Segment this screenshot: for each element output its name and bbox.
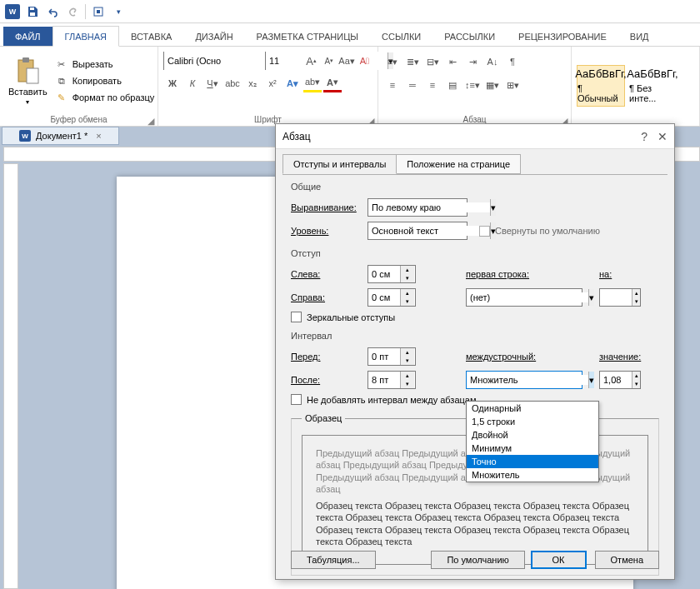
copy-button[interactable]: ⧉Копировать — [54, 72, 155, 89]
tab-references[interactable]: ССЫЛКИ — [370, 27, 432, 46]
preview-dark: Образец текста Образец текста Образец те… — [316, 500, 634, 547]
right-label: Справа: — [291, 292, 368, 302]
tab-indents[interactable]: Отступы и интервалы — [282, 154, 397, 174]
section-general: Общие — [291, 182, 659, 192]
tab-insert[interactable]: ВСТАВКА — [119, 27, 183, 46]
chevron-down-icon[interactable]: ▾ — [588, 372, 594, 388]
by-label: на: — [599, 269, 612, 279]
alignment-combo[interactable]: ▾ — [368, 198, 468, 217]
grow-font-icon[interactable]: A▴ — [303, 52, 319, 70]
shrink-font-icon[interactable]: A▾ — [321, 52, 337, 70]
align-left-icon[interactable]: ≡ — [383, 76, 402, 94]
firstline-label: первая строка: — [466, 269, 566, 279]
italic-icon[interactable]: К — [183, 74, 202, 92]
dd-multiple[interactable]: Множитель — [467, 468, 598, 482]
tab-home[interactable]: ГЛАВНАЯ — [52, 26, 119, 47]
left-spinner[interactable]: ▴▾ — [368, 265, 416, 283]
superscript-icon[interactable]: x² — [263, 74, 282, 92]
dd-single[interactable]: Одинарный — [467, 402, 598, 415]
paste-label: Вставить — [8, 87, 48, 97]
linespacing-combo[interactable]: ▾ — [466, 371, 582, 389]
tabs-button[interactable]: Табуляция... — [291, 551, 376, 569]
format-painter-button[interactable]: ✎Формат по образцу — [54, 89, 155, 106]
touch-mode-icon[interactable] — [89, 2, 108, 21]
sort-icon[interactable]: A↓ — [483, 52, 502, 71]
value-spinner[interactable]: ▴▾ — [599, 371, 641, 389]
underline-icon[interactable]: Ч▾ — [203, 74, 222, 92]
word-icon: W — [3, 2, 22, 21]
group-paragraph: ≡▾ ≣▾ ⊟▾ ⇤ ⇥ A↓ ¶ ≡ ═ ≡ ▤ ↕≡▾ ▦▾ ⊞▾ Абза… — [378, 47, 572, 126]
multilevel-icon[interactable]: ⊟▾ — [423, 52, 442, 71]
paste-button[interactable]: Вставить ▾ — [5, 55, 51, 107]
borders-icon[interactable]: ⊞▾ — [503, 76, 522, 94]
quick-access-toolbar: W ▾ — [0, 0, 700, 23]
ribbon-tabs: ФАЙЛ ГЛАВНАЯ ВСТАВКА ДИЗАЙН РАЗМЕТКА СТР… — [0, 23, 700, 47]
vertical-ruler[interactable] — [3, 163, 18, 589]
level-combo[interactable]: ▾ — [368, 222, 468, 240]
undo-icon[interactable] — [43, 2, 62, 21]
dd-minimum[interactable]: Минимум — [467, 442, 598, 455]
firstline-combo[interactable]: ▾ — [466, 288, 582, 307]
show-marks-icon[interactable]: ¶ — [503, 52, 522, 71]
section-spacing: Интервал — [291, 331, 659, 341]
highlight-icon[interactable]: ab▾ — [303, 74, 322, 92]
indent-icon[interactable]: ⇥ — [463, 52, 482, 71]
line-spacing-icon[interactable]: ↕≡▾ — [463, 76, 482, 94]
help-icon[interactable]: ? — [641, 130, 648, 143]
align-right-icon[interactable]: ≡ — [423, 76, 442, 94]
style-nospacing[interactable]: АаБбВвГг,¶ Без инте... — [628, 65, 677, 107]
dialog-title: Абзац — [282, 131, 311, 142]
default-button[interactable]: По умолчанию — [431, 551, 524, 569]
level-label: Уровень: — [291, 226, 368, 236]
style-normal[interactable]: АаБбВвГг,¶ Обычный — [577, 65, 625, 107]
change-case-icon[interactable]: Aa▾ — [338, 52, 354, 70]
redo-icon[interactable] — [63, 2, 82, 21]
tab-position[interactable]: Положение на странице — [396, 154, 521, 174]
font-color-icon[interactable]: A▾ — [323, 74, 342, 92]
clear-format-icon[interactable]: A⃠ — [357, 52, 372, 70]
close-icon[interactable]: ✕ — [658, 130, 668, 143]
outdent-icon[interactable]: ⇤ — [443, 52, 462, 71]
cut-button[interactable]: ✂Вырезать — [54, 56, 155, 72]
copy-icon: ⧉ — [54, 73, 69, 88]
dd-exactly[interactable]: Точно — [467, 455, 598, 468]
tab-layout[interactable]: РАЗМЕТКА СТРАНИЦЫ — [245, 27, 370, 46]
save-icon[interactable] — [23, 2, 42, 21]
font-size-combo[interactable]: ▾ — [265, 52, 302, 70]
dd-double[interactable]: Двойной — [467, 428, 598, 442]
value-label: значение: — [599, 352, 641, 362]
justify-icon[interactable]: ▤ — [443, 76, 462, 94]
chevron-down-icon[interactable]: ▾ — [490, 199, 496, 216]
text-effects-icon[interactable]: A▾ — [283, 74, 302, 92]
align-center-icon[interactable]: ═ — [403, 76, 422, 94]
tab-mailings[interactable]: РАССЫЛКИ — [432, 27, 507, 46]
cancel-button[interactable]: Отмена — [595, 551, 659, 569]
by-spinner[interactable]: ▴▾ — [599, 288, 641, 307]
left-label: Слева: — [291, 269, 368, 279]
document-tab[interactable]: W Документ1 *× — [2, 127, 119, 145]
after-spinner[interactable]: ▴▾ — [368, 371, 416, 389]
qat-customize-icon[interactable]: ▾ — [109, 2, 128, 21]
bullets-icon[interactable]: ≡▾ — [383, 52, 402, 71]
close-doc-icon[interactable]: × — [96, 131, 101, 141]
before-spinner[interactable]: ▴▾ — [368, 347, 416, 366]
ok-button[interactable]: ОК — [531, 551, 587, 569]
numbering-icon[interactable]: ≣▾ — [403, 52, 422, 71]
mirror-checkbox[interactable]: Зеркальные отступы — [291, 312, 659, 322]
collapse-checkbox: Свернуты по умолчанию — [479, 226, 600, 237]
strike-icon[interactable]: abc — [223, 74, 242, 92]
subscript-icon[interactable]: x₂ — [243, 74, 262, 92]
tab-file[interactable]: ФАЙЛ — [3, 27, 52, 46]
svg-rect-3 — [97, 10, 100, 13]
dd-15[interactable]: 1,5 строки — [467, 415, 598, 428]
bold-icon[interactable]: Ж — [163, 74, 182, 92]
linespacing-dropdown: Одинарный 1,5 строки Двойной Минимум Точ… — [466, 401, 599, 482]
shading-icon[interactable]: ▦▾ — [483, 76, 502, 94]
tab-review[interactable]: РЕЦЕНЗИРОВАНИЕ — [507, 27, 618, 46]
tab-view[interactable]: ВИД — [618, 27, 661, 46]
right-spinner[interactable]: ▴▾ — [368, 288, 416, 307]
clipboard-launcher-icon[interactable]: ◢ — [148, 116, 156, 124]
tab-design[interactable]: ДИЗАЙН — [183, 27, 244, 46]
font-name-combo[interactable]: ▾ — [163, 52, 263, 70]
chevron-down-icon[interactable]: ▾ — [588, 289, 594, 306]
